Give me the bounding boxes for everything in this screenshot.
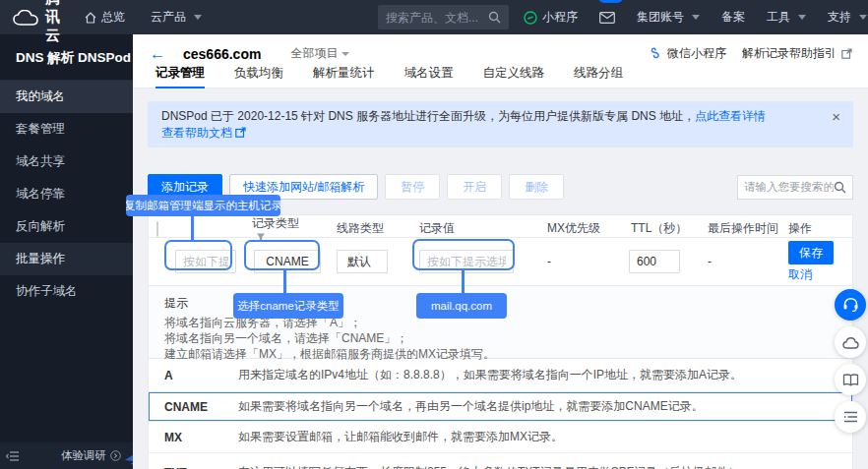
open-book-icon <box>842 374 859 386</box>
last-op-time-value: - <box>703 255 783 268</box>
tab-load-balancing[interactable]: 负载均衡 <box>234 64 283 88</box>
col-line-type: 线路类型 <box>332 220 414 237</box>
top-navbar: 腾讯云 总览 云产品 小程序 99+ 集团账号 备案 工具 <box>0 0 868 34</box>
mini-program-icon <box>524 11 537 25</box>
domain-header: ← ces666.com 全部项目 微信小程序 解析记录帮助指引 记录管理 负载… <box>133 34 868 88</box>
start-button[interactable]: 开启 <box>447 174 502 200</box>
domain-title: ces666.com <box>183 46 261 62</box>
external-link-icon <box>841 48 852 59</box>
record-type-help-row-txt: TXT 在这里可以填写任何东西，长度限制255。绝大多数的TXT记录是用来做SP… <box>149 453 852 469</box>
nav-tools[interactable]: 工具 <box>756 0 817 34</box>
project-filter-dropdown[interactable]: 全部项目 <box>290 45 349 62</box>
record-edit-row: CNAME 默认 - - 保存 取消 <box>149 238 852 286</box>
cname-type-tooltip: 选择cname记录类型 <box>233 293 343 319</box>
host-record-input[interactable] <box>175 250 236 273</box>
chevron-down-icon <box>859 15 867 20</box>
record-search-input[interactable] <box>744 181 834 193</box>
chevron-down-icon <box>194 15 202 20</box>
help-guide-link[interactable]: 解析记录帮助指引 <box>742 45 852 62</box>
mx-priority-value: - <box>542 255 626 268</box>
survey-link[interactable]: 体验调研 <box>61 448 121 463</box>
nav-beian[interactable]: 备案 <box>711 0 756 34</box>
tab-resolution-stats[interactable]: 解析量统计 <box>313 64 375 88</box>
host-record-tooltip: 复制邮箱管理端显示的主机记录 <box>126 195 280 216</box>
upgrade-notice-banner: DNSPod 已于 2020-12-15 针对 DNS 服务器地址进行全面升级，… <box>148 101 853 147</box>
record-value-input[interactable] <box>419 250 514 273</box>
banner-docs-link[interactable]: 查看帮助文档 <box>161 126 232 140</box>
cloud-feedback-button[interactable] <box>835 326 866 358</box>
col-record-value: 记录值 <box>414 220 542 237</box>
record-type-help-row-cname: CNAME 如果需要将域名指向另一个域名，再由另一个域名提供ip地址，就需要添加… <box>149 392 852 422</box>
brand-label: 腾讯云 <box>45 0 60 45</box>
nav-overview[interactable]: 总览 <box>74 0 136 34</box>
sidebar: DNS 解析 DNSPod 我的域名 套餐管理 域名共享 域名停靠 反向解析 批… <box>0 34 133 469</box>
wechat-mini-program-icon <box>649 47 662 60</box>
sidebar-item-my-domains[interactable]: 我的域名 <box>0 81 133 113</box>
global-search-input[interactable] <box>386 11 488 25</box>
sidebar-item-domain-parking[interactable]: 域名停靠 <box>0 178 133 210</box>
records-table: 记录类型 线路类型 记录值 MX优先级 TTL（秒） 最后操作时间 操作 CNA… <box>148 214 853 469</box>
customer-service-button[interactable] <box>835 289 866 321</box>
tencent-cloud-logo[interactable]: 腾讯云 <box>0 0 74 45</box>
nav-messages[interactable]: 99+ <box>589 0 626 34</box>
survey-ribbon-graphic <box>121 444 133 468</box>
search-icon[interactable] <box>834 181 846 194</box>
col-record-type[interactable]: 记录类型 <box>247 215 332 242</box>
message-count-badge: 99+ <box>598 0 623 3</box>
delete-button[interactable]: 删除 <box>509 174 564 200</box>
select-all-checkbox[interactable] <box>156 221 158 237</box>
docs-button[interactable] <box>835 364 866 395</box>
nav-mini-program[interactable]: 小程序 <box>513 0 589 34</box>
chevron-down-icon <box>798 15 806 20</box>
wechat-mini-program-link[interactable]: 微信小程序 <box>649 45 726 62</box>
banner-text: DNSPod 已于 2020-12-15 针对 DNS 服务器地址进行全面升级，… <box>161 109 695 123</box>
record-value-tooltip: mail.qq.com <box>416 293 507 319</box>
table-header-row: 记录类型 线路类型 记录值 MX优先级 TTL（秒） 最后操作时间 操作 <box>149 215 852 238</box>
sidebar-item-batch-operation[interactable]: 批量操作 <box>0 243 133 275</box>
nav-group-account[interactable]: 集团账号 <box>626 0 711 34</box>
close-icon[interactable]: × <box>832 109 840 124</box>
headset-icon <box>842 297 859 313</box>
banner-detail-link[interactable]: 点此查看详情 <box>695 109 766 123</box>
cancel-link[interactable]: 取消 <box>788 266 812 283</box>
pause-button[interactable]: 暂停 <box>385 174 440 200</box>
sidebar-item-plan-management[interactable]: 套餐管理 <box>0 113 133 146</box>
col-mx-priority: MX优先级 <box>542 220 626 237</box>
col-operation: 操作 <box>783 220 852 237</box>
search-icon[interactable] <box>488 11 501 24</box>
survey-feedback-button[interactable] <box>835 401 866 433</box>
external-link-icon <box>235 127 246 138</box>
floating-action-bar <box>835 289 866 433</box>
cloud-icon <box>842 336 859 349</box>
ttl-input[interactable] <box>629 250 680 273</box>
tab-line-groups[interactable]: 线路分组 <box>574 64 623 88</box>
sidebar-item-collaborative-subdomain[interactable]: 协作子域名 <box>0 275 133 308</box>
line-type-select[interactable]: 默认 <box>337 250 388 273</box>
tab-domain-settings[interactable]: 域名设置 <box>404 64 454 88</box>
record-type-help-row-a: A 用来指定域名的IPv4地址（如：8.8.8.8），如果需要将域名指向一个IP… <box>149 359 852 392</box>
record-search[interactable] <box>737 175 853 200</box>
nav-support[interactable]: 支持 <box>817 0 868 34</box>
tab-bar: 记录管理 负载均衡 解析量统计 域名设置 自定义线路 线路分组 <box>133 64 868 88</box>
tab-record-management[interactable]: 记录管理 <box>155 64 205 88</box>
col-ttl: TTL（秒） <box>626 220 703 237</box>
host-tooltip-connector <box>191 215 194 241</box>
tab-custom-lines[interactable]: 自定义线路 <box>483 64 545 88</box>
record-type-select[interactable]: CNAME <box>254 250 321 273</box>
type-tip-connector <box>283 270 286 293</box>
chevron-down-icon <box>341 52 349 56</box>
chevron-down-icon <box>692 15 700 20</box>
collapse-sidebar-icon[interactable] <box>6 451 20 461</box>
record-type-help-row-mx: MX 如果需要设置邮箱，让邮箱能收到邮件，就需要添加MX记录。 <box>149 422 852 453</box>
col-last-op-time: 最后操作时间 <box>703 220 783 237</box>
save-button[interactable]: 保存 <box>788 241 834 264</box>
filter-icon[interactable] <box>256 232 266 242</box>
sidebar-footer: 体验调研 <box>0 442 133 469</box>
global-search[interactable] <box>378 5 509 29</box>
sidebar-item-domain-sharing[interactable]: 域名共享 <box>0 146 133 178</box>
back-arrow-icon[interactable]: ← <box>150 46 165 62</box>
circle-arrow-icon <box>110 450 121 461</box>
sidebar-item-reverse-dns[interactable]: 反向解析 <box>0 210 133 243</box>
nav-products[interactable]: 云产品 <box>140 0 213 34</box>
home-icon <box>85 12 96 24</box>
